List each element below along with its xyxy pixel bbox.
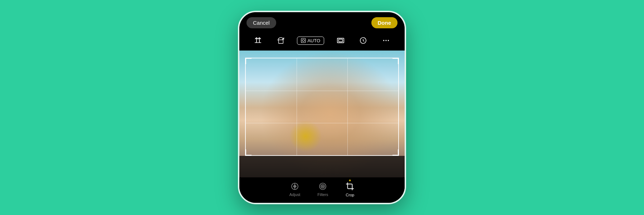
rotate-icon[interactable] (274, 34, 287, 47)
svg-point-9 (388, 40, 389, 41)
flip-icon[interactable] (252, 34, 264, 47)
adjust-icon (291, 182, 299, 191)
image-container (239, 51, 405, 177)
crop-icon-wrapper (345, 182, 355, 191)
auto-label: AUTO (307, 38, 320, 43)
toolbar-row: AUTO (239, 31, 405, 51)
crop-label: Crop (346, 193, 354, 197)
phone-frame: Cancel Done AUTO (238, 11, 406, 204)
svg-point-3 (302, 39, 304, 42)
svg-point-8 (385, 40, 386, 41)
svg-point-16 (322, 186, 323, 187)
svg-rect-2 (301, 38, 306, 43)
tab-crop[interactable]: Crop (345, 182, 355, 197)
filters-label: Filters (317, 192, 328, 197)
done-button[interactable]: Done (371, 17, 398, 28)
svg-point-15 (321, 185, 325, 188)
tab-filters[interactable]: Filters (317, 182, 328, 197)
top-bar: Cancel Done (239, 12, 405, 31)
auto-button[interactable]: AUTO (297, 37, 324, 45)
filters-icon (318, 182, 327, 191)
svg-rect-1 (278, 40, 283, 43)
svg-point-14 (319, 183, 326, 190)
svg-rect-5 (338, 39, 342, 42)
aspect-ratio-icon[interactable] (334, 34, 347, 47)
svg-rect-4 (337, 38, 344, 43)
watermark-icon[interactable] (357, 34, 370, 47)
scarf-overlay (289, 120, 322, 152)
svg-point-7 (383, 40, 384, 41)
cancel-button[interactable]: Cancel (247, 17, 276, 28)
tab-adjust[interactable]: Adjust (289, 182, 301, 197)
more-icon[interactable] (380, 34, 392, 47)
bottom-dim (239, 156, 405, 177)
adjust-label: Adjust (289, 192, 301, 197)
crop-icon (345, 182, 355, 191)
crop-active-dot (349, 180, 351, 181)
bottom-bar: Adjust Filters Crop (239, 177, 405, 203)
